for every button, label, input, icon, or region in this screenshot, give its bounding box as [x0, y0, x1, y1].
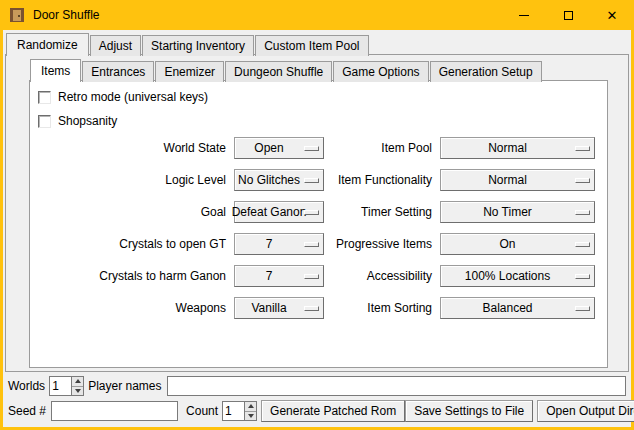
tab-generation-setup[interactable]: Generation Setup [430, 61, 542, 82]
crystals-gt-dropdown[interactable]: 7 [234, 233, 324, 255]
progressive-items-label: Progressive Items [330, 237, 440, 251]
crystals-gt-label: Crystals to open GT [30, 237, 234, 251]
titlebar: Door Shuffle ✕ [0, 0, 634, 30]
dropdown-indicator-icon [575, 178, 590, 183]
seed-input[interactable] [51, 401, 178, 421]
dropdown-indicator-icon [304, 274, 319, 279]
settings-column-left: World State Open Logic Level No Glitches [30, 137, 324, 329]
items-panel: Retro mode (universal keys) Shopsanity W… [29, 80, 608, 368]
app-window: Door Shuffle ✕ Randomize Adjust Starting… [0, 0, 634, 430]
inner-tabbar: Items Entrances Enemizer Dungeon Shuffle… [30, 59, 543, 82]
outer-tabbar: Randomize Adjust Starting Inventory Cust… [6, 33, 370, 56]
close-icon: ✕ [607, 9, 618, 22]
weapons-label: Weapons [30, 301, 234, 315]
world-state-label: World State [30, 141, 234, 155]
tab-starting-inventory[interactable]: Starting Inventory [142, 35, 254, 56]
tab-entrances[interactable]: Entrances [82, 61, 154, 82]
open-output-directory-button[interactable]: Open Output Directory [537, 400, 634, 422]
worlds-spin-down-button[interactable] [72, 386, 83, 396]
dropdown-indicator-icon [304, 242, 319, 247]
dropdown-indicator-icon [304, 210, 319, 215]
dropdown-indicator-icon [575, 146, 590, 151]
accessibility-dropdown[interactable]: 100% Locations [440, 265, 595, 287]
item-functionality-dropdown[interactable]: Normal [440, 169, 595, 191]
shopsanity-row: Shopsanity [38, 112, 117, 130]
shopsanity-label: Shopsanity [58, 114, 117, 128]
count-input[interactable] [222, 401, 244, 421]
item-functionality-label: Item Functionality [330, 173, 440, 187]
goal-dropdown[interactable]: Defeat Ganon [234, 201, 324, 223]
spin-down-icon [248, 414, 254, 418]
item-pool-dropdown[interactable]: Normal [440, 137, 595, 159]
tab-game-options[interactable]: Game Options [333, 61, 428, 82]
minimize-button[interactable] [502, 0, 546, 30]
weapons-dropdown[interactable]: Vanilla [234, 297, 324, 319]
retro-mode-row: Retro mode (universal keys) [38, 88, 208, 106]
timer-setting-label: Timer Setting [330, 205, 440, 219]
spin-up-icon [248, 404, 254, 408]
tab-adjust[interactable]: Adjust [90, 35, 141, 56]
crystals-ganon-dropdown[interactable]: 7 [234, 265, 324, 287]
shopsanity-checkbox[interactable] [38, 115, 51, 128]
tab-dungeon-shuffle[interactable]: Dungeon Shuffle [225, 61, 332, 82]
count-spinbox [222, 401, 257, 421]
progressive-items-dropdown[interactable]: On [440, 233, 595, 255]
tab-items[interactable]: Items [30, 59, 81, 82]
world-state-dropdown[interactable]: Open [234, 137, 324, 159]
retro-mode-label: Retro mode (universal keys) [58, 90, 208, 104]
dropdown-indicator-icon [304, 178, 319, 183]
dropdown-indicator-icon [575, 274, 590, 279]
settings-column-right: Item Pool Normal Item Functionality Norm… [330, 137, 595, 329]
retro-mode-checkbox[interactable] [38, 91, 51, 104]
player-names-label: Player names [88, 379, 161, 393]
goal-label: Goal [30, 205, 234, 219]
worlds-input[interactable] [49, 376, 71, 396]
worlds-row: Worlds Player names [8, 375, 626, 397]
dropdown-indicator-icon [304, 306, 319, 311]
dropdown-indicator-icon [575, 210, 590, 215]
dropdown-indicator-icon [575, 306, 590, 311]
minimize-icon [519, 15, 529, 16]
client-area: Randomize Adjust Starting Inventory Cust… [3, 30, 631, 427]
item-sorting-label: Item Sorting [330, 301, 440, 315]
tab-enemizer[interactable]: Enemizer [155, 61, 224, 82]
dropdown-indicator-icon [575, 242, 590, 247]
spin-up-icon [75, 379, 81, 383]
close-button[interactable]: ✕ [590, 0, 634, 30]
player-names-input[interactable] [167, 376, 627, 396]
save-settings-button[interactable]: Save Settings to File [405, 400, 533, 422]
window-title: Door Shuffle [33, 8, 100, 22]
app-icon [9, 7, 25, 23]
timer-setting-dropdown[interactable]: No Timer [440, 201, 595, 223]
tab-custom-item-pool[interactable]: Custom Item Pool [255, 35, 368, 56]
count-spin-up-button[interactable] [245, 402, 256, 411]
item-sorting-dropdown[interactable]: Balanced [440, 297, 595, 319]
worlds-spinbox [49, 376, 84, 396]
logic-level-label: Logic Level [30, 173, 234, 187]
dropdown-indicator-icon [304, 146, 319, 151]
seed-row: Seed # Count Generate Patched Rom Save S… [8, 400, 626, 422]
worlds-spin-up-button[interactable] [72, 377, 83, 386]
logic-level-dropdown[interactable]: No Glitches [234, 169, 324, 191]
tab-randomize[interactable]: Randomize [6, 33, 89, 56]
item-pool-label: Item Pool [330, 141, 440, 155]
randomize-panel: Items Entrances Enemizer Dungeon Shuffle… [5, 54, 629, 372]
crystals-ganon-label: Crystals to harm Ganon [30, 269, 234, 283]
count-spin-down-button[interactable] [245, 411, 256, 421]
spin-down-icon [75, 389, 81, 393]
generate-patched-rom-button[interactable]: Generate Patched Rom [261, 400, 405, 422]
maximize-icon [564, 11, 573, 20]
seed-label: Seed # [8, 404, 46, 418]
accessibility-label: Accessibility [330, 269, 440, 283]
worlds-label: Worlds [8, 379, 45, 393]
maximize-button[interactable] [546, 0, 590, 30]
count-label: Count [186, 404, 218, 418]
